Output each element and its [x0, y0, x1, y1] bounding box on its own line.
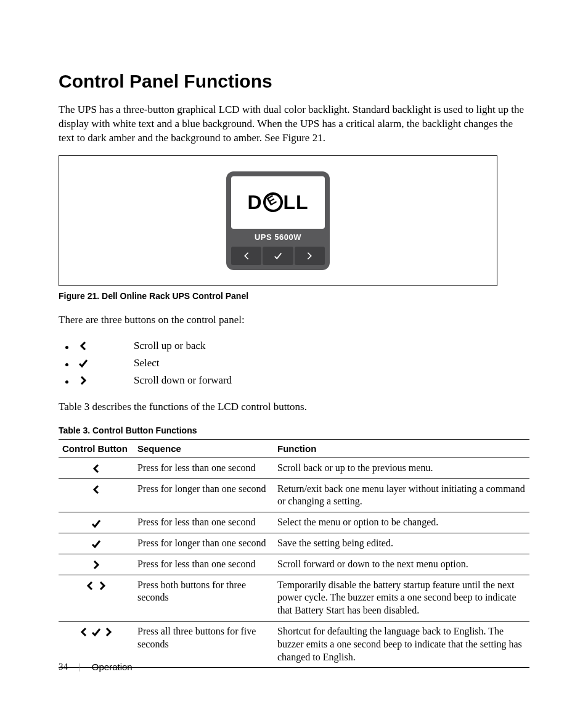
chevron-right-icon [97, 581, 107, 591]
function-cell: Return/exit back one menu layer without … [274, 478, 529, 512]
panel-model-label: UPS 5600W [231, 232, 325, 242]
check-icon [78, 358, 134, 368]
page-number: 34 [59, 662, 68, 672]
sequence-cell: Press for longer than one second [134, 478, 274, 512]
control-button-cell [59, 554, 134, 575]
list-label: Scroll up or back [134, 337, 206, 355]
function-cell: Shortcut for defaulting the language bac… [274, 622, 529, 668]
dell-logo: DELL [247, 191, 308, 214]
table-row: Press for longer than one secondReturn/e… [59, 478, 529, 512]
panel-button-select [263, 247, 293, 265]
table-row: Press all three buttons for five seconds… [59, 622, 529, 668]
sequence-cell: Press for longer than one second [134, 533, 274, 554]
list-label: Scroll down or forward [134, 372, 232, 389]
table-row: Press for longer than one secondSave the… [59, 533, 529, 554]
chevron-left-icon [79, 627, 89, 637]
control-button-cell [59, 575, 134, 621]
control-button-cell [59, 512, 134, 533]
page-heading: Control Panel Functions [59, 71, 529, 92]
function-cell: Select the menu or option to be changed. [274, 512, 529, 533]
buttons-intro: There are three buttons on the control p… [59, 313, 529, 327]
function-cell: Save the setting being edited. [274, 533, 529, 554]
table-intro: Table 3 describes the functions of the L… [59, 400, 529, 414]
table-header: Function [274, 439, 529, 458]
control-button-functions-table: Control Button Sequence Function Press f… [59, 439, 529, 668]
footer-section: Operation [92, 662, 133, 672]
table-header: Sequence [134, 439, 274, 458]
panel-button-left [231, 247, 261, 265]
panel-lcd-screen: DELL [231, 176, 325, 229]
list-item: Scroll down or forward [76, 372, 529, 389]
control-button-cell [59, 533, 134, 554]
sequence-cell: Press both buttons for three seconds [134, 575, 274, 621]
table-row: Press for less than one secondScroll bac… [59, 458, 529, 478]
chevron-left-icon [85, 581, 95, 591]
panel-button-right [295, 247, 325, 265]
sequence-cell: Press all three buttons for five seconds [134, 622, 274, 668]
table-row: Press for less than one secondScroll for… [59, 554, 529, 575]
list-item: Select [76, 355, 529, 372]
chevron-left-icon [91, 485, 101, 495]
sequence-cell: Press for less than one second [134, 458, 274, 478]
list-label: Select [134, 355, 160, 372]
check-icon [91, 539, 101, 549]
sequence-cell: Press for less than one second [134, 554, 274, 575]
page-footer: 34 | Operation [59, 662, 133, 672]
intro-paragraph: The UPS has a three-button graphical LCD… [59, 103, 529, 146]
chevron-right-icon [78, 376, 134, 385]
chevron-left-icon [78, 341, 134, 351]
table-row: Press for less than one secondSelect the… [59, 512, 529, 533]
function-cell: Scroll back or up to the previous menu. [274, 458, 529, 478]
function-cell: Temporarily disable the battery startup … [274, 575, 529, 621]
chevron-right-icon [91, 560, 101, 570]
sequence-cell: Press for less than one second [134, 512, 274, 533]
check-icon [91, 627, 101, 637]
check-icon [91, 519, 101, 528]
chevron-left-icon [91, 464, 101, 474]
footer-separator: | [79, 662, 81, 672]
figure-caption: Figure 21. Dell Online Rack UPS Control … [59, 291, 529, 301]
table-header: Control Button [59, 439, 134, 458]
control-button-cell [59, 478, 134, 512]
control-button-cell [59, 622, 134, 668]
table-caption: Table 3. Control Button Functions [59, 425, 529, 435]
button-definition-list: Scroll up or back Select Scroll down or … [76, 337, 529, 389]
table-row: Press both buttons for three secondsTemp… [59, 575, 529, 621]
control-button-cell [59, 458, 134, 478]
list-item: Scroll up or back [76, 337, 529, 355]
ups-control-panel: DELL UPS 5600W [226, 171, 330, 270]
figure-21-box: DELL UPS 5600W [59, 155, 497, 286]
chevron-right-icon [104, 627, 113, 637]
function-cell: Scroll forward or down to the next menu … [274, 554, 529, 575]
